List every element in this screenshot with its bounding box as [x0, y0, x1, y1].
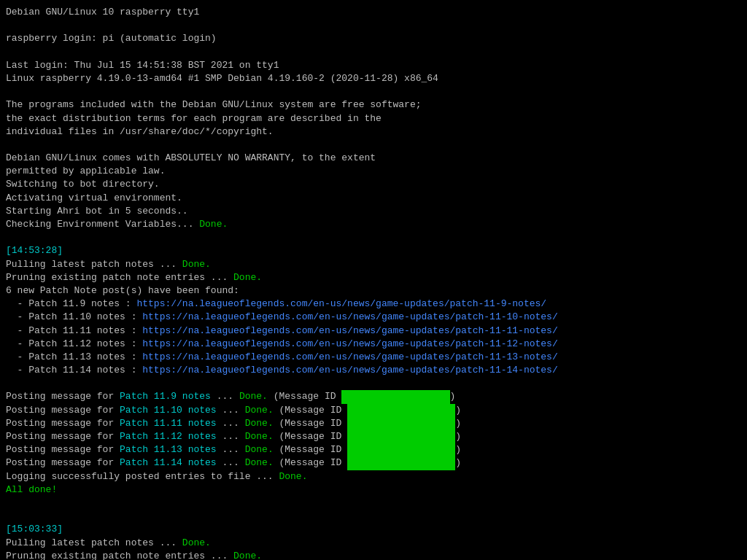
- line-pruning2: Pruning existing patch note entries ... …: [6, 550, 741, 560]
- line-timestamp2: [15:03:33]: [6, 523, 741, 536]
- line-logging: Logging successfully posted entries to f…: [6, 470, 741, 483]
- line-patch1113: - Patch 11.13 notes : https://na.leagueo…: [6, 351, 741, 364]
- line-patch1111: - Patch 11.11 notes : https://na.leagueo…: [6, 324, 741, 338]
- line-patch119: - Patch 11.9 notes : https://na.leagueof…: [6, 298, 741, 311]
- line-pulling1: Pulling latest patch notes ... Done.: [6, 258, 741, 271]
- line-blank5: [6, 231, 741, 244]
- line-checking: Checking Environment Variables... Done.: [6, 218, 741, 231]
- line-programs2: the exact distribution terms for each pr…: [6, 112, 741, 125]
- line-blank7: [6, 497, 741, 510]
- line-post1114: Posting message for Patch 11.14 notes ..…: [6, 456, 741, 470]
- line-switching: Switching to bot directory.: [6, 178, 741, 191]
- line-post1111: Posting message for Patch 11.11 notes ..…: [6, 417, 741, 430]
- line-blank1: [6, 19, 741, 32]
- line-linux: Linux raspberry 4.19.0-13-amd64 #1 SMP D…: [6, 72, 741, 85]
- line-alldone1: All done!: [6, 483, 741, 497]
- line-blank3: [6, 85, 741, 98]
- line-post119: Posting message for Patch 11.9 notes ...…: [6, 390, 741, 403]
- redacted-id-2: [347, 404, 455, 417]
- redacted-id-3: [347, 417, 455, 430]
- line-warranty2: permitted by applicable law.: [6, 165, 741, 178]
- line-programs3: individual files in /usr/share/doc/*/cop…: [6, 125, 741, 139]
- line-post1112: Posting message for Patch 11.12 notes ..…: [6, 430, 741, 443]
- line-activating: Activating virtual environment.: [6, 192, 741, 205]
- terminal: Debian GNU/Linux 10 raspberry tty1 raspb…: [6, 6, 741, 554]
- line-blank8: [6, 510, 741, 523]
- line-timestamp1: [14:53:28]: [6, 244, 741, 257]
- line-title: Debian GNU/Linux 10 raspberry tty1: [6, 6, 741, 19]
- line-starting: Starting Ahri bot in 5 seconds..: [6, 205, 741, 218]
- line-lastlogin: Last login: Thu Jul 15 14:51:38 BST 2021…: [6, 59, 741, 72]
- line-patch1112: - Patch 11.12 notes : https://na.leagueo…: [6, 338, 741, 351]
- line-blank4: [6, 139, 741, 152]
- line-found: 6 new Patch Note post(s) have been found…: [6, 284, 741, 298]
- line-blank6: [6, 377, 741, 390]
- line-warranty1: Debian GNU/Linux comes with ABSOLUTELY N…: [6, 152, 741, 165]
- line-login: raspberry login: pi (automatic login): [6, 32, 741, 45]
- line-programs1: The programs included with the Debian GN…: [6, 98, 741, 112]
- redacted-id-5: [347, 443, 455, 456]
- line-patch1114: - Patch 11.14 notes : https://na.leagueo…: [6, 364, 741, 377]
- line-patch1110: - Patch 11.10 notes : https://na.leagueo…: [6, 311, 741, 324]
- redacted-id-6: [347, 456, 455, 470]
- line-blank2: [6, 46, 741, 59]
- redacted-id-1: [341, 390, 449, 403]
- redacted-id-4: [347, 430, 455, 443]
- line-post1113: Posting message for Patch 11.13 notes ..…: [6, 443, 741, 456]
- line-pruning1: Pruning existing patch note entries ... …: [6, 271, 741, 284]
- line-post1110: Posting message for Patch 11.10 notes ..…: [6, 404, 741, 417]
- line-pulling2: Pulling latest patch notes ... Done.: [6, 537, 741, 550]
